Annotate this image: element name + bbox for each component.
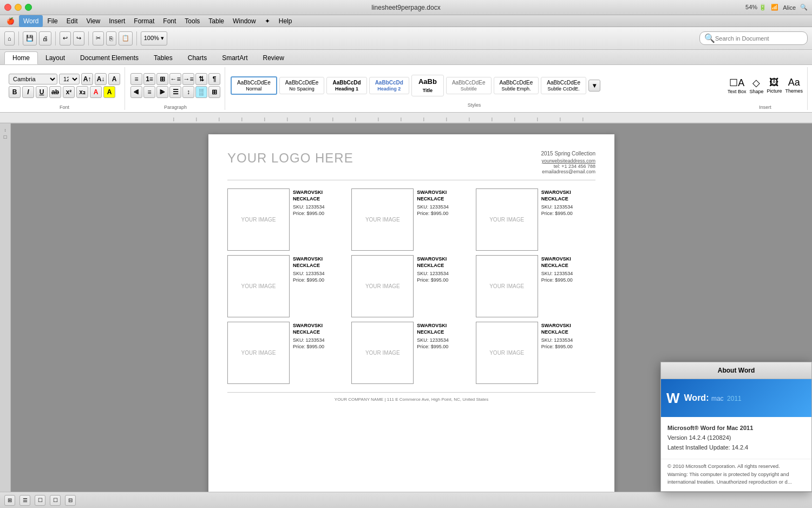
status-btn-1[interactable]: ⊞ xyxy=(4,495,15,506)
save-button[interactable]: 💾 xyxy=(23,31,37,45)
maximize-button[interactable] xyxy=(25,4,32,11)
grow-font-button[interactable]: A↑ xyxy=(81,73,93,85)
sort-button[interactable]: ⇅ xyxy=(195,73,207,85)
menu-font[interactable]: Font xyxy=(159,15,180,27)
style-heading2[interactable]: AaBbCcDdHeading 2 xyxy=(369,77,409,94)
numbering-button[interactable]: 1≡ xyxy=(143,73,155,85)
zoom-select[interactable]: 100% ▾ xyxy=(141,31,167,45)
minimize-button[interactable] xyxy=(15,4,22,11)
home-button[interactable]: ⌂ xyxy=(4,31,15,45)
tab-charts[interactable]: Charts xyxy=(180,51,214,64)
product-sku: SKU: 1233534 xyxy=(541,204,595,210)
tab-document-elements[interactable]: Document Elements xyxy=(73,51,146,64)
menu-file[interactable]: File xyxy=(43,15,62,27)
menu-help[interactable]: Help xyxy=(274,15,297,27)
align-left-button[interactable]: ⫷ xyxy=(130,86,142,98)
product-item: YOUR IMAGE SWAROVSKI NECKLACE SKU: 12335… xyxy=(476,322,595,384)
status-btn-3[interactable]: ☐ xyxy=(35,495,45,506)
tab-layout[interactable]: Layout xyxy=(38,51,73,64)
document-search-input[interactable] xyxy=(715,35,803,42)
italic-button[interactable]: I xyxy=(22,86,34,98)
multilevel-button[interactable]: ⊞ xyxy=(156,73,168,85)
menu-view[interactable]: View xyxy=(82,15,104,27)
font-size-select[interactable]: 12 xyxy=(59,74,80,84)
style-title[interactable]: AaBbTitle xyxy=(411,75,444,96)
cut-button[interactable]: ✂ xyxy=(93,31,104,45)
shading-button[interactable]: ░ xyxy=(195,86,207,98)
redo-button[interactable]: ↪ xyxy=(73,31,84,45)
status-btn-2[interactable]: ☰ xyxy=(19,495,30,506)
svg-text:|: | xyxy=(310,117,311,121)
style-heading1[interactable]: AaBbCcDdHeading 1 xyxy=(326,77,366,94)
indent-decrease-button[interactable]: ←≡ xyxy=(169,73,181,85)
insert-controls: ☐A Text Box ◇ Shape 🖼 Picture Aa Themes xyxy=(728,67,803,103)
align-center-button[interactable]: ≡ xyxy=(143,86,155,98)
menu-tools[interactable]: Tools xyxy=(180,15,204,27)
apple-menu[interactable]: 🍎 xyxy=(2,15,19,27)
svg-text:|: | xyxy=(446,117,447,121)
product-grid: YOUR IMAGE SWAROVSKI NECKLACE SKU: 12335… xyxy=(227,188,595,384)
style-subtle-emph[interactable]: AaBbCcDdEeSubtle Emph. xyxy=(494,77,539,94)
underline-button[interactable]: U xyxy=(36,86,48,98)
styles-expand-button[interactable]: ▾ xyxy=(588,80,600,92)
subscript-button[interactable]: x₂ xyxy=(76,86,88,98)
font-family-select[interactable]: Cambria xyxy=(9,74,57,84)
tab-home[interactable]: Home xyxy=(4,51,38,64)
menu-format[interactable]: Format xyxy=(129,15,159,27)
style-no-spacing[interactable]: AaBbCcDdEeNo Spacing xyxy=(279,77,325,94)
tab-tables[interactable]: Tables xyxy=(146,51,180,64)
menu-table[interactable]: Table xyxy=(204,15,228,27)
style-subtle2[interactable]: AaBbCcDdEeSubtle CcDdE. xyxy=(541,77,586,94)
menu-edit[interactable]: Edit xyxy=(62,15,82,27)
close-button[interactable] xyxy=(4,4,11,11)
status-btn-5[interactable]: ⊟ xyxy=(65,495,76,506)
borders-button[interactable]: ⊞ xyxy=(208,86,220,98)
status-btn-4[interactable]: ☐ xyxy=(50,495,61,506)
paste-button[interactable]: 📋 xyxy=(119,31,133,45)
svg-text:|: | xyxy=(537,117,538,121)
show-marks-button[interactable]: ¶ xyxy=(208,73,220,85)
website-link[interactable]: yourwebsiteaddress.com xyxy=(541,158,595,164)
print-button[interactable]: 🖨 xyxy=(39,31,51,45)
product-item: YOUR IMAGE SWAROVSKI NECKLACE SKU: 12335… xyxy=(351,322,471,384)
copy-button[interactable]: ⎘ xyxy=(106,31,116,45)
insert-themes[interactable]: Aa Themes xyxy=(785,77,803,94)
product-image: YOUR IMAGE xyxy=(476,188,538,251)
tab-smartart[interactable]: SmartArt xyxy=(214,51,255,64)
sidebar-tool[interactable]: ↕ xyxy=(4,128,6,133)
insert-picture[interactable]: 🖼 Picture xyxy=(767,77,782,94)
wifi-icon: 📶 xyxy=(771,4,778,11)
insert-textbox[interactable]: ☐A Text Box xyxy=(728,77,746,94)
ribbon-font-section: Cambria 12 A↑ A↓ A B I U ab x² x₂ A xyxy=(4,67,125,110)
tab-review[interactable]: Review xyxy=(255,51,291,64)
menu-word[interactable]: Word xyxy=(19,15,43,27)
align-right-button[interactable]: ⫸ xyxy=(156,86,168,98)
document-area: YOUR LOGO HERE 2015 Spring Collection yo… xyxy=(11,123,812,492)
shrink-font-button[interactable]: A↓ xyxy=(95,73,107,85)
menu-bar: 🍎 Word File Edit View Insert Format Font… xyxy=(0,15,812,27)
justify-button[interactable]: ☰ xyxy=(169,86,181,98)
svg-text:|: | xyxy=(423,117,424,121)
insert-shape[interactable]: ◇ Shape xyxy=(749,77,763,94)
style-normal[interactable]: AaBbCcDdEeNormal xyxy=(231,76,277,95)
clear-format-button[interactable]: A xyxy=(108,73,120,85)
product-info: SWAROVSKI NECKLACE SKU: 1233534 Price: $… xyxy=(541,322,595,384)
search-icon[interactable]: 🔍 xyxy=(800,4,808,11)
strikethrough-button[interactable]: ab xyxy=(49,86,61,98)
font-color-button[interactable]: A xyxy=(90,86,102,98)
menu-insert[interactable]: Insert xyxy=(104,15,129,27)
indent-increase-button[interactable]: →≡ xyxy=(182,73,194,85)
menu-spark[interactable]: ✦ xyxy=(260,15,274,27)
menu-window[interactable]: Window xyxy=(228,15,260,27)
svg-text:|: | xyxy=(173,117,174,121)
line-spacing-button[interactable]: ↕ xyxy=(182,86,194,98)
document-search-bar[interactable]: 🔍 xyxy=(699,31,808,45)
window-title: linesheet9perpage.docx xyxy=(371,4,440,11)
sidebar-tool2[interactable]: ☐ xyxy=(3,135,7,140)
highlight-button[interactable]: A xyxy=(103,86,115,98)
undo-button[interactable]: ↩ xyxy=(60,31,71,45)
style-subtitle[interactable]: AaBbCcDdEeSubtitle xyxy=(446,77,492,94)
bold-button[interactable]: B xyxy=(9,86,21,98)
bullets-button[interactable]: ≡ xyxy=(130,73,142,85)
superscript-button[interactable]: x² xyxy=(63,86,75,98)
